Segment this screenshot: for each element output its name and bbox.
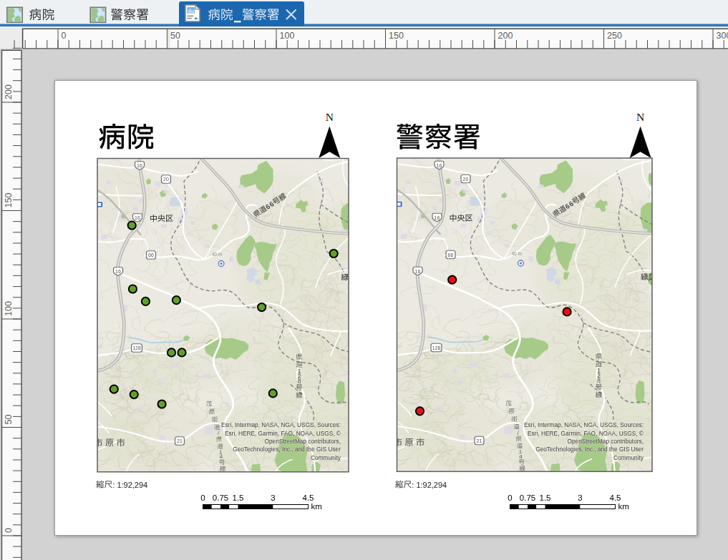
svg-text:1.5: 1.5 [540,493,551,502]
svg-text:0.75: 0.75 [213,493,228,502]
svg-text:N: N [636,111,644,123]
svg-text:: 1:92,294: : 1:92,294 [412,481,447,489]
svg-text:0: 0 [508,493,512,502]
svg-text:0: 0 [200,493,205,502]
svg-text:3: 3 [271,493,275,502]
svg-text:4.5: 4.5 [610,493,621,502]
svg-text:N: N [326,111,334,123]
svg-text:: 1:92,294: : 1:92,294 [112,481,147,489]
svg-text:3: 3 [578,493,582,502]
svg-text:0.75: 0.75 [520,493,535,502]
svg-text:4.5: 4.5 [303,493,314,502]
svg-text:1.5: 1.5 [233,493,244,502]
svg-text:km: km [311,502,322,511]
svg-text:km: km [618,502,629,511]
